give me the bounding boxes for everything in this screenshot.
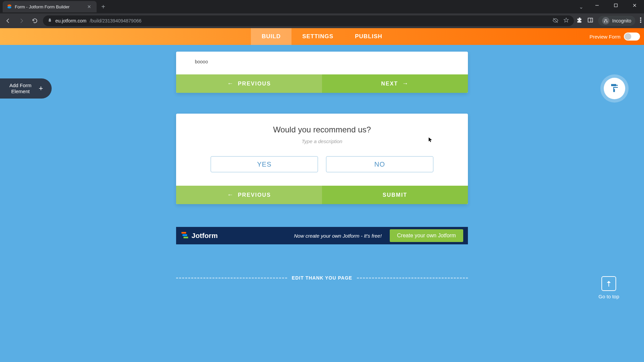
form-card-2[interactable]: Would you recommend us? Type a descripti… bbox=[176, 114, 468, 204]
eye-off-icon[interactable] bbox=[552, 17, 558, 24]
svg-rect-11 bbox=[182, 234, 187, 236]
jotform-logo: Jotform bbox=[181, 231, 218, 241]
description-placeholder[interactable]: Type a description bbox=[195, 138, 449, 144]
jotform-promo-banner: Jotform Now create your own Jotform - It… bbox=[176, 227, 468, 244]
card1-actions: ← PREVIOUS NEXT → bbox=[176, 74, 468, 93]
tab-build[interactable]: BUILD bbox=[251, 28, 291, 45]
nav-tabs: BUILD SETTINGS PUBLISH bbox=[251, 28, 393, 45]
bookmark-star-icon[interactable] bbox=[563, 17, 569, 24]
kebab-menu-icon[interactable] bbox=[640, 17, 641, 24]
lock-icon bbox=[48, 18, 52, 23]
preview-form-toggle[interactable]: Preview Form bbox=[589, 33, 640, 41]
go-to-top-button[interactable]: Go to top bbox=[598, 276, 619, 299]
incognito-badge[interactable]: Incognito bbox=[598, 16, 635, 26]
promo-text: Now create your own Jotform - It's free! bbox=[294, 233, 382, 239]
no-button[interactable]: NO bbox=[326, 156, 433, 172]
previous-label: PREVIOUS bbox=[238, 81, 271, 87]
tab-strip: Form - Jotform Form Builder ✕ + ⌄ bbox=[0, 0, 644, 13]
window-close-button[interactable] bbox=[625, 0, 644, 11]
arrow-left-icon: ← bbox=[227, 191, 234, 198]
svg-point-6 bbox=[640, 17, 641, 19]
yes-no-row: YES NO bbox=[195, 156, 449, 172]
svg-point-8 bbox=[640, 21, 641, 23]
jotform-brand: Jotform bbox=[192, 232, 218, 240]
arrow-left-icon: ← bbox=[227, 80, 234, 87]
tab-publish[interactable]: PUBLISH bbox=[344, 28, 393, 45]
card1-next-button[interactable]: NEXT → bbox=[322, 74, 468, 93]
address-bar[interactable]: eu.jotform.com/build/231394094879066 bbox=[43, 15, 574, 26]
browser-chrome: Form - Jotform Form Builder ✕ + ⌄ bbox=[0, 0, 644, 28]
card2-actions: ← PREVIOUS SUBMIT bbox=[176, 186, 468, 204]
add-element-label: Add Form Element bbox=[9, 82, 32, 95]
preview-label: Preview Form bbox=[589, 34, 621, 40]
side-panel-icon[interactable] bbox=[587, 17, 593, 24]
toolbar-right: Incognito bbox=[577, 16, 641, 26]
card2-previous-button[interactable]: ← PREVIOUS bbox=[176, 186, 322, 204]
question-title[interactable]: Would you recommend us? bbox=[195, 125, 449, 134]
previous-label: PREVIOUS bbox=[238, 192, 271, 198]
new-tab-button[interactable]: + bbox=[97, 3, 110, 11]
back-button[interactable] bbox=[3, 15, 13, 26]
extensions-icon[interactable] bbox=[577, 17, 583, 24]
window-maximize-button[interactable] bbox=[606, 0, 625, 11]
svg-point-7 bbox=[640, 19, 641, 21]
toggle-switch[interactable] bbox=[624, 33, 640, 41]
yes-button[interactable]: YES bbox=[211, 156, 318, 172]
arrow-right-icon: → bbox=[402, 80, 409, 87]
url-host: eu.jotform.com bbox=[55, 18, 87, 23]
thank-you-divider: EDIT THANK YOU PAGE bbox=[176, 275, 468, 281]
app-header: BUILD SETTINGS PUBLISH Preview Form bbox=[0, 28, 644, 45]
edit-thank-you-page-button[interactable]: EDIT THANK YOU PAGE bbox=[292, 275, 352, 281]
form-canvas: Add Form Element + Go to top boooo bbox=[0, 45, 644, 362]
tab-title: Form - Jotform Form Builder bbox=[15, 4, 83, 9]
browser-tab[interactable]: Form - Jotform Form Builder ✕ bbox=[3, 1, 97, 12]
paint-roller-icon bbox=[609, 83, 620, 94]
window-minimize-button[interactable] bbox=[588, 0, 606, 11]
tab-settings[interactable]: SETTINGS bbox=[291, 28, 344, 45]
app-viewport: BUILD SETTINGS PUBLISH Preview Form Add … bbox=[0, 28, 644, 362]
arrow-up-icon bbox=[601, 276, 616, 291]
svg-rect-9 bbox=[613, 89, 615, 92]
svg-rect-1 bbox=[614, 4, 618, 7]
reload-button[interactable] bbox=[30, 15, 40, 26]
incognito-label: Incognito bbox=[612, 18, 631, 23]
url-path: /build/231394094879066 bbox=[90, 18, 142, 23]
window-controls: ⌄ bbox=[574, 0, 644, 13]
form-card-1[interactable]: boooo ← PREVIOUS NEXT → bbox=[176, 52, 468, 93]
svg-rect-12 bbox=[183, 237, 188, 238]
plus-icon: + bbox=[36, 84, 46, 93]
card1-text: boooo bbox=[195, 59, 449, 64]
dash-right bbox=[357, 278, 468, 279]
forward-button[interactable] bbox=[16, 15, 27, 26]
form-designer-button[interactable] bbox=[604, 78, 625, 99]
next-label: NEXT bbox=[381, 81, 398, 87]
tab-close-icon[interactable]: ✕ bbox=[86, 3, 93, 10]
svg-rect-4 bbox=[588, 18, 593, 22]
incognito-icon bbox=[602, 17, 609, 24]
create-own-button[interactable]: Create your own Jotform bbox=[390, 229, 463, 242]
tab-favicon-icon bbox=[7, 4, 12, 9]
tabs-dropdown-icon[interactable]: ⌄ bbox=[574, 0, 588, 13]
submit-button[interactable]: SUBMIT bbox=[322, 186, 468, 204]
dash-left bbox=[176, 278, 287, 279]
submit-label: SUBMIT bbox=[383, 192, 407, 198]
browser-toolbar: eu.jotform.com/build/231394094879066 Inc… bbox=[0, 13, 644, 28]
card1-previous-button[interactable]: ← PREVIOUS bbox=[176, 74, 322, 93]
go-to-top-label: Go to top bbox=[598, 294, 619, 299]
add-form-element-button[interactable]: Add Form Element + bbox=[0, 78, 52, 99]
svg-rect-10 bbox=[181, 232, 186, 234]
jotform-logo-icon bbox=[181, 231, 189, 241]
form-cards-column: boooo ← PREVIOUS NEXT → Would yo bbox=[176, 45, 468, 281]
